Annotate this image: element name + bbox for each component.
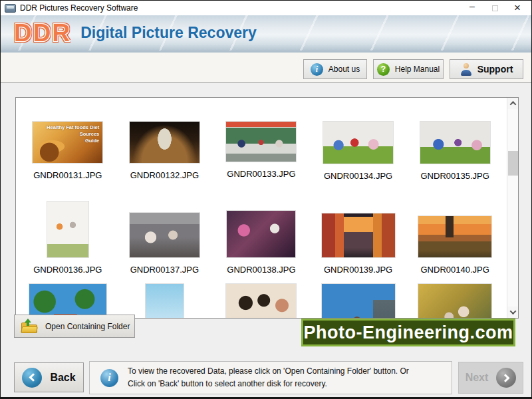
watermark-banner: Photo-Engineering.com [301,319,515,346]
gallery-item [213,284,310,319]
thumbnail-image[interactable] [322,213,395,257]
gallery-item [116,284,213,319]
close-button[interactable]: × [506,1,529,15]
thumbnail-filename: GNDR00139.JPG [324,265,392,275]
instruction-line-2: Click on 'Back' button to select another… [128,378,409,390]
thumbnail-filename: GNDR00133.JPG [227,169,295,179]
gallery-item: Healthy Fat foods Diet Sources Guide GND… [19,122,116,191]
back-arrow-icon [22,368,42,388]
gallery-item: GNDR00134.JPG [310,122,407,191]
scroll-down-button[interactable] [507,307,519,318]
maximize-button[interactable] [483,1,506,15]
page-title: Digital Picture Recovery [80,24,257,42]
thumbnail-filename: GNDR00136.JPG [33,265,102,275]
thumbnail-image[interactable] [146,284,184,319]
thumbnail-filename: GNDR00137.JPG [130,265,199,275]
thumbnail-image[interactable] [418,216,491,257]
instruction-line-1: To view the recovered Data, please click… [128,365,409,378]
thumbnail-image[interactable] [29,284,106,319]
thumbnail-image[interactable] [130,122,200,163]
about-us-button[interactable]: i About us [303,59,367,79]
instruction-bar: i To view the recovered Data, please cli… [89,361,452,394]
support-label: Support [477,64,513,74]
info-icon: i [100,369,118,387]
scroll-up-button[interactable] [507,98,519,109]
thumbnail-filename: GNDR00140.JPG [421,265,489,275]
next-arrow-icon [496,368,516,388]
gallery-item [406,284,503,319]
thumbnail-grid: Healthy Fat foods Diet Sources Guide GND… [19,98,503,319]
support-button[interactable]: Support [450,59,523,79]
gallery-item: GNDR00140.JPG [406,196,503,275]
gallery-item: GNDR00138.JPG [213,196,310,275]
thumbnail-filename: GNDR00134.JPG [324,171,392,181]
app-window: DDR Pictures Recovery Software – × DDR D… [0,0,532,399]
chevron-down-icon [510,308,517,315]
open-containing-folder-label: Open Containing Folder [45,322,130,331]
thumbnail-image[interactable]: Healthy Fat foods Diet Sources Guide [33,122,102,163]
gallery-item: GNDR00136.JPG [19,196,116,275]
thumbnail-overlay-text: Healthy Fat foods Diet Sources Guide [33,122,102,147]
thumbnail-filename: GNDR00132.JPG [130,170,199,180]
instruction-text: To view the recovered Data, please click… [128,365,409,390]
help-manual-label: Help Manual [395,65,440,74]
vertical-scrollbar[interactable] [507,98,518,318]
back-label: Back [50,372,75,384]
help-manual-button[interactable]: ? Help Manual [373,59,444,79]
recovered-files-panel: Healthy Fat foods Diet Sources Guide GND… [15,97,519,319]
minimize-button[interactable]: – [461,1,483,15]
next-button-disabled[interactable]: Next [458,362,523,394]
app-icon [5,4,16,13]
gallery-item: GNDR00133.JPG [213,122,310,191]
info-icon: i [311,63,323,76]
thumbnail-image[interactable] [226,122,296,162]
thumbnail-image[interactable] [130,213,200,257]
person-icon [460,63,472,76]
gallery-item: GNDR00137.JPG [116,196,213,275]
maximize-icon [492,5,498,11]
about-us-label: About us [329,65,360,74]
folder-open-icon [21,319,39,334]
thumbnail-filename: GNDR00138.JPG [227,265,295,275]
ddr-logo: DDR [14,19,71,47]
thumbnail-image[interactable] [420,122,490,164]
next-label: Next [466,372,489,384]
thumbnail-filename: GNDR00131.JPG [33,170,102,180]
thumbnail-image[interactable] [226,284,296,319]
thumbnail-filename: GNDR00135.JPG [421,171,489,181]
thumbnail-image[interactable] [418,284,491,319]
question-icon: ? [377,63,390,76]
title-bar: DDR Pictures Recovery Software – × [1,1,531,15]
open-containing-folder-button[interactable]: Open Containing Folder [14,315,135,338]
gallery-item: GNDR00135.JPG [406,122,503,191]
gallery-item [19,284,116,319]
thumbnail-image[interactable] [47,201,88,257]
thumbnail-image[interactable] [322,284,395,319]
chevron-up-icon [510,101,517,108]
thumbnail-image[interactable] [227,211,295,257]
watermark-text: Photo-Engineering.com [303,323,513,343]
gallery-item: GNDR00139.JPG [310,196,407,275]
thumbnail-image[interactable] [323,122,393,164]
scrollbar-thumb[interactable] [508,151,518,176]
close-icon: × [514,1,521,15]
toolbar: i About us ? Help Manual Support [1,53,531,83]
gallery-item: GNDR00132.JPG [116,122,213,191]
app-header: DDR Digital Picture Recovery [1,15,531,53]
gallery-item [310,284,407,319]
window-title: DDR Pictures Recovery Software [20,3,138,13]
back-button[interactable]: Back [14,362,84,392]
